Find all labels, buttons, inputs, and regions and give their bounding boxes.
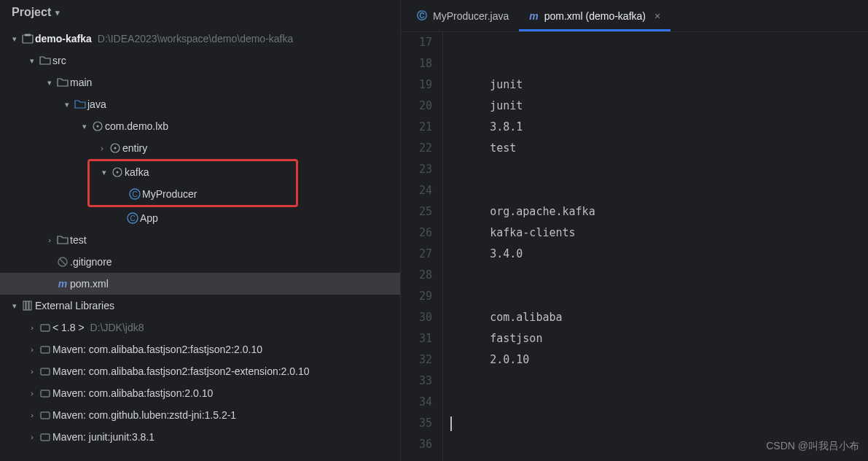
- close-icon[interactable]: ×: [654, 10, 660, 22]
- watermark: CSDN @叫我吕小布: [766, 435, 859, 457]
- tree-label: < 1.8 >: [52, 322, 85, 333]
- svg-rect-14: [23, 301, 26, 310]
- library-icon: [38, 365, 52, 377]
- line-gutter: 1718192021222324252627282930313233343536: [401, 32, 443, 461]
- svg-text:C: C: [130, 214, 135, 222]
- tree-label: Maven: com.alibaba.fastjson2:fastjson2-e…: [52, 365, 310, 377]
- tree-label: App: [140, 212, 158, 224]
- tree-label: java: [87, 98, 106, 110]
- tree-root-label: demo-kafka: [35, 33, 92, 44]
- chevron-down-icon: ▾: [98, 168, 110, 177]
- folder-icon: [55, 77, 70, 88]
- tree-lib[interactable]: › Maven: com.alibaba.fastjson2:fastjson2…: [0, 360, 400, 382]
- svg-rect-15: [26, 301, 28, 310]
- tree-jdk[interactable]: › < 1.8 > D:\JDK\jdk8: [0, 317, 400, 338]
- tree-gitignore[interactable]: .gitignore: [0, 251, 400, 273]
- chevron-down-icon: ▾: [9, 301, 20, 311]
- tree-label: pom.xml: [70, 278, 109, 290]
- svg-rect-1: [25, 34, 31, 36]
- highlight-box: ▾ kafka C MyProducer: [87, 159, 298, 207]
- tree-main[interactable]: ▾ main: [0, 71, 400, 93]
- svg-rect-0: [23, 35, 33, 43]
- class-icon: Ⓒ: [417, 9, 427, 23]
- tree-java[interactable]: ▾ java: [0, 93, 400, 115]
- library-icon: [20, 300, 35, 311]
- tree-src[interactable]: ▾ src: [0, 50, 400, 71]
- tree-label: Maven: junit:junit:3.8.1: [52, 431, 155, 443]
- tree-label: .gitignore: [70, 256, 112, 268]
- project-panel: Project ▾ ▾ demo-kafka D:\IDEA2023\works…: [0, 0, 401, 461]
- chevron-right-icon: ›: [26, 367, 38, 376]
- svg-rect-21: [41, 412, 50, 419]
- tree-lib[interactable]: › Maven: junit:junit:3.8.1: [0, 426, 400, 448]
- svg-rect-17: [41, 325, 50, 331]
- chevron-right-icon: ›: [26, 389, 38, 398]
- tree-lib[interactable]: › Maven: com.alibaba.fastjson2:fastjson2…: [0, 338, 400, 360]
- folder-icon: [38, 55, 52, 66]
- tree-kafka[interactable]: ▾ kafka: [90, 161, 296, 183]
- library-icon: [38, 387, 52, 399]
- svg-rect-19: [41, 368, 50, 375]
- chevron-right-icon: ›: [26, 433, 38, 441]
- tree-lib[interactable]: › Maven: com.github.luben:zstd-jni:1.5.2…: [0, 404, 400, 426]
- chevron-right-icon: ›: [44, 236, 55, 244]
- code-area[interactable]: junit junit 3.8.1 test org.apache.kafka …: [443, 32, 868, 461]
- chevron-down-icon: ▾: [9, 34, 20, 44]
- source-folder-icon: [73, 98, 87, 110]
- tab-label: MyProducer.java: [433, 10, 509, 22]
- tree-label: com.demo.lxb: [105, 120, 168, 132]
- library-icon: [38, 409, 52, 421]
- maven-icon: m: [55, 278, 70, 290]
- folder-icon: [55, 234, 70, 246]
- tree-root-path: D:\IDEA2023\workspace\demo\demo-kafka: [98, 33, 293, 44]
- tree-lib[interactable]: › Maven: com.alibaba:fastjson:2.0.10: [0, 382, 400, 404]
- tree-test[interactable]: › test: [0, 229, 400, 251]
- library-icon: [38, 344, 52, 355]
- tree-label: Maven: com.github.luben:zstd-jni:1.5.2-1: [52, 409, 236, 421]
- project-header[interactable]: Project ▾: [0, 0, 400, 25]
- chevron-down-icon: ▾: [26, 56, 38, 66]
- class-icon: C: [128, 188, 142, 200]
- tree-label: Maven: com.alibaba:fastjson:2.0.10: [52, 387, 213, 399]
- svg-line-13: [60, 259, 66, 265]
- jdk-icon: [38, 322, 52, 333]
- chevron-right-icon: ›: [26, 411, 38, 419]
- svg-rect-20: [41, 390, 50, 397]
- library-icon: [38, 431, 52, 443]
- tab-label: pom.xml (demo-kafka): [544, 10, 646, 22]
- tab-myproducer[interactable]: Ⓒ MyProducer.java: [407, 0, 519, 31]
- tree-app[interactable]: C App: [0, 207, 400, 229]
- editor-tabs: Ⓒ MyProducer.java m pom.xml (demo-kafka)…: [401, 0, 868, 32]
- tree-path: D:\JDK\jdk8: [90, 322, 144, 333]
- tree-myproducer[interactable]: C MyProducer: [90, 183, 296, 205]
- chevron-right-icon: ›: [96, 144, 108, 152]
- tree-entiry[interactable]: › entiry: [0, 137, 400, 159]
- chevron-down-icon: ▾: [55, 8, 60, 18]
- tab-pom[interactable]: m pom.xml (demo-kafka) ×: [519, 0, 670, 31]
- tree-label: Maven: com.alibaba.fastjson2:fastjson2:2…: [52, 344, 262, 355]
- tree-label: kafka: [125, 166, 149, 178]
- tree-label: External Libraries: [35, 300, 114, 311]
- tree-label: entiry: [122, 142, 147, 154]
- maven-icon: m: [529, 10, 538, 22]
- tree-package[interactable]: ▾ com.demo.lxb: [0, 115, 400, 137]
- svg-point-3: [97, 125, 99, 128]
- code-editor[interactable]: 1718192021222324252627282930313233343536…: [401, 32, 868, 461]
- svg-text:C: C: [132, 190, 137, 198]
- svg-rect-18: [41, 346, 50, 353]
- svg-rect-16: [29, 301, 31, 310]
- editor-panel: Ⓒ MyProducer.java m pom.xml (demo-kafka)…: [401, 0, 868, 461]
- tree-label: test: [70, 234, 87, 246]
- tree-pom[interactable]: m pom.xml: [0, 273, 400, 295]
- chevron-down-icon: ▾: [61, 100, 73, 109]
- tree-external-libraries[interactable]: ▾ External Libraries: [0, 295, 400, 317]
- tree-root[interactable]: ▾ demo-kafka D:\IDEA2023\workspace\demo\…: [0, 28, 400, 50]
- gitignore-icon: [55, 256, 70, 268]
- class-icon: C: [125, 212, 140, 224]
- module-icon: [20, 33, 35, 44]
- tree-label: main: [70, 77, 92, 88]
- svg-point-7: [117, 171, 119, 174]
- project-tree: ▾ demo-kafka D:\IDEA2023\workspace\demo\…: [0, 25, 400, 461]
- svg-point-5: [114, 147, 117, 150]
- chevron-right-icon: ›: [26, 345, 38, 354]
